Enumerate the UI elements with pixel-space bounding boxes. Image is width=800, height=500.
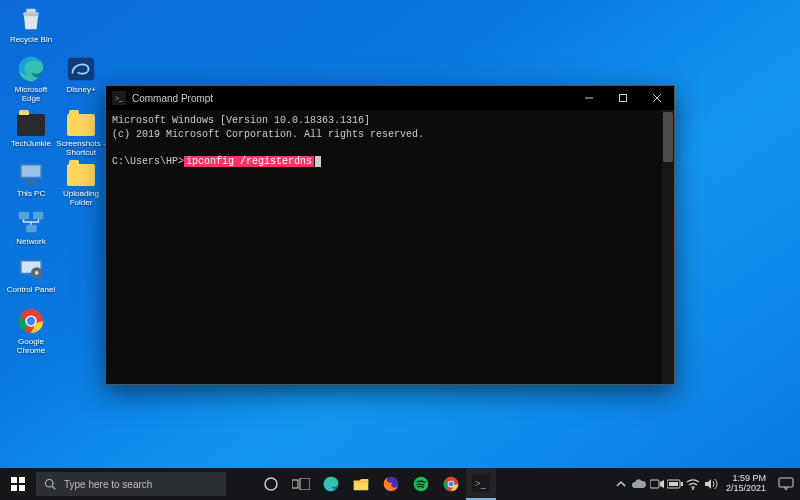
disney-plus-icon	[66, 54, 96, 84]
taskbar-app-explorer[interactable]	[346, 468, 376, 500]
svg-rect-0	[26, 9, 35, 13]
scrollbar[interactable]	[662, 110, 674, 384]
svg-rect-44	[779, 478, 793, 487]
svg-rect-39	[650, 480, 659, 488]
cortana-button[interactable]	[256, 468, 286, 500]
svg-point-36	[448, 481, 453, 486]
desktop-icon-this-pc[interactable]: This PC	[6, 158, 56, 199]
desktop-icon-network[interactable]: Network	[6, 206, 56, 247]
terminal-line: Microsoft Windows [Version 10.0.18363.13…	[112, 114, 668, 128]
cursor	[315, 156, 321, 167]
svg-rect-4	[25, 181, 36, 184]
svg-point-28	[265, 478, 277, 490]
network-icon	[16, 206, 46, 236]
folder-shortcut-icon	[66, 108, 96, 138]
desktop-icon-techjunkie[interactable]: TechJunkie	[6, 108, 56, 149]
start-button[interactable]	[0, 468, 36, 500]
svg-rect-5	[19, 212, 29, 220]
command-prompt-window: >_ Command Prompt Microsoft Windows [Ver…	[105, 85, 675, 385]
svg-rect-29	[292, 480, 298, 488]
edge-icon	[16, 54, 46, 84]
desktop-icon-edge[interactable]: Microsoft Edge	[6, 54, 56, 104]
titlebar[interactable]: >_ Command Prompt	[106, 86, 674, 110]
svg-rect-41	[681, 482, 683, 486]
desktop-icon-control-panel[interactable]: Control Panel	[6, 254, 56, 295]
svg-rect-7	[26, 225, 36, 233]
tray-onedrive-icon[interactable]	[630, 468, 648, 500]
svg-point-43	[692, 488, 694, 490]
desktop-icon-chrome[interactable]: Google Chrome	[6, 306, 56, 356]
search-placeholder: Type here to search	[64, 479, 152, 490]
folder-icon	[16, 108, 46, 138]
control-panel-icon	[16, 254, 46, 284]
clock-date: 2/15/2021	[726, 484, 766, 494]
folder-icon	[66, 158, 96, 188]
desktop-icon-disney[interactable]: Disney+	[56, 54, 106, 95]
window-title: Command Prompt	[132, 93, 213, 104]
svg-rect-30	[300, 478, 310, 490]
svg-rect-25	[19, 485, 25, 491]
terminal-line	[112, 141, 668, 155]
taskbar-app-spotify[interactable]	[406, 468, 436, 500]
taskbar-app-firefox[interactable]	[376, 468, 406, 500]
close-button[interactable]	[640, 86, 674, 110]
icon-label: Screenshots - Shortcut	[56, 140, 106, 158]
icon-label: TechJunkie	[6, 140, 56, 149]
svg-rect-23	[19, 477, 25, 483]
scrollbar-thumb[interactable]	[663, 112, 673, 162]
desktop: Recycle Bin Microsoft Edge TechJunkie Th…	[0, 0, 800, 468]
taskbar: Type here to search >_	[0, 468, 800, 500]
svg-point-14	[27, 317, 35, 325]
terminal-line: (c) 2019 Microsoft Corporation. All righ…	[112, 128, 668, 142]
terminal-prompt-line: C:\Users\HP>ipconfig /registerdns	[112, 155, 668, 169]
svg-line-27	[52, 486, 55, 489]
desktop-icon-screenshots[interactable]: Screenshots - Shortcut	[56, 108, 106, 158]
tray-chevron-up-icon[interactable]	[612, 468, 630, 500]
svg-rect-3	[22, 166, 41, 177]
svg-rect-15	[68, 58, 94, 81]
action-center-button[interactable]	[772, 468, 800, 500]
taskbar-app-edge[interactable]	[316, 468, 346, 500]
taskbar-app-cmd[interactable]: >_	[466, 468, 496, 500]
tray-volume-icon[interactable]	[702, 468, 720, 500]
svg-point-26	[46, 480, 54, 488]
recycle-bin-icon	[16, 4, 46, 34]
svg-rect-19	[620, 95, 627, 102]
tray-meet-now-icon[interactable]	[648, 468, 666, 500]
tray-wifi-icon[interactable]	[684, 468, 702, 500]
svg-rect-22	[11, 477, 17, 483]
icon-label: Network	[6, 238, 56, 247]
this-pc-icon	[16, 158, 46, 188]
svg-rect-6	[33, 212, 43, 220]
taskbar-app-chrome[interactable]	[436, 468, 466, 500]
icon-label: This PC	[6, 190, 56, 199]
prompt-prefix: C:\Users\HP>	[112, 156, 184, 167]
taskbar-search[interactable]: Type here to search	[36, 472, 226, 496]
svg-rect-24	[11, 485, 17, 491]
terminal-body[interactable]: Microsoft Windows [Version 10.0.18363.13…	[106, 110, 674, 384]
chrome-icon	[16, 306, 46, 336]
icon-label: Control Panel	[6, 286, 56, 295]
cmd-icon: >_	[111, 90, 127, 106]
svg-text:>_: >_	[115, 94, 123, 103]
taskbar-clock[interactable]: 1:59 PM 2/15/2021	[720, 474, 772, 494]
tray-battery-icon[interactable]	[666, 468, 684, 500]
icon-label: Google Chrome	[6, 338, 56, 356]
icon-label: Disney+	[56, 86, 106, 95]
maximize-button[interactable]	[606, 86, 640, 110]
highlighted-command: ipconfig /registerdns	[184, 156, 314, 167]
system-tray: 1:59 PM 2/15/2021	[612, 468, 800, 500]
search-icon	[44, 478, 56, 490]
icon-label: Uploading Folder	[56, 190, 106, 208]
desktop-icon-uploading[interactable]: Uploading Folder	[56, 158, 106, 208]
desktop-icon-recycle-bin[interactable]: Recycle Bin	[6, 4, 56, 45]
svg-text:>_: >_	[475, 478, 487, 489]
task-view-button[interactable]	[286, 468, 316, 500]
svg-point-11	[35, 271, 39, 275]
svg-rect-42	[669, 482, 678, 486]
icon-label: Microsoft Edge	[6, 86, 56, 104]
icon-label: Recycle Bin	[6, 36, 56, 45]
minimize-button[interactable]	[572, 86, 606, 110]
